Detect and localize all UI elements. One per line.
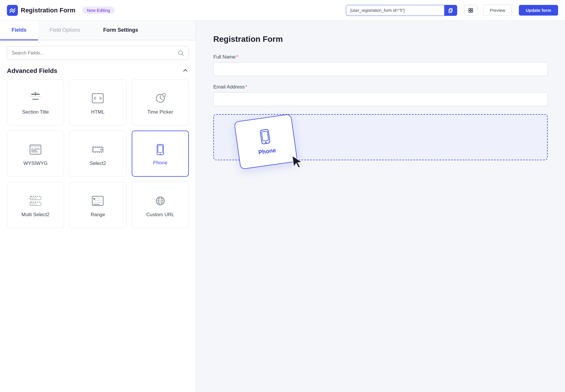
svg-rect-34 [93, 202, 102, 203]
field-card-range[interactable]: Range [69, 182, 126, 228]
select2-icon [90, 143, 106, 157]
svg-point-44 [265, 142, 267, 143]
svg-rect-20 [31, 150, 36, 151]
search-box [7, 46, 189, 60]
shortcode-input[interactable] [346, 6, 444, 15]
form-field-group-email: Email Address* [213, 84, 548, 106]
email-input[interactable] [213, 92, 548, 106]
svg-rect-19 [34, 149, 40, 149]
shortcode-copy-button[interactable] [444, 5, 457, 16]
field-card-select2[interactable]: Select2 [69, 131, 126, 177]
tab-field-options[interactable]: Field Options [38, 21, 92, 40]
field-card-custom-url-label: Custom URL [146, 212, 174, 218]
required-star-email: * [245, 84, 247, 90]
tabs: Fields Field Options Form Settings [0, 21, 196, 40]
logo-area: Registration Form [7, 5, 75, 16]
form-field-group-full-name: Full Name* [213, 54, 548, 76]
main-layout: Fields Field Options Form Settings Advan… [0, 21, 565, 392]
search-input[interactable] [12, 50, 175, 56]
phone-icon [154, 143, 167, 156]
field-card-time-picker-label: Time Picker [147, 109, 173, 115]
range-icon [90, 194, 106, 208]
wysiwyg-icon [28, 143, 43, 157]
field-card-section-title-label: Section Title [22, 109, 49, 115]
required-star: * [236, 54, 238, 60]
field-card-time-picker[interactable]: ⟳ Time Picker [132, 79, 189, 125]
fields-grid: T Section Title HTML ⟳ [0, 79, 196, 235]
svg-rect-36 [93, 198, 95, 200]
app-logo-icon [7, 5, 18, 16]
dragging-phone-icon [256, 128, 274, 146]
left-panel: Fields Field Options Form Settings Advan… [0, 21, 196, 392]
app-title: Registration Form [21, 7, 75, 14]
field-card-select2-label: Select2 [90, 161, 106, 166]
svg-rect-6 [471, 11, 473, 12]
svg-rect-1 [449, 9, 452, 13]
tab-form-settings[interactable]: Form Settings [92, 21, 150, 40]
field-card-multi-select2-label: Multi Select2 [22, 212, 50, 218]
collapse-button[interactable] [182, 67, 189, 75]
cursor-icon [291, 153, 307, 170]
copy-icon [448, 7, 453, 13]
svg-rect-3 [469, 8, 470, 10]
svg-rect-5 [469, 11, 470, 12]
form-preview-title: Registration Form [213, 35, 548, 44]
full-name-input[interactable] [213, 62, 548, 76]
field-card-range-label: Range [91, 212, 105, 218]
field-card-html[interactable]: HTML [69, 79, 126, 125]
shortcode-field [346, 5, 457, 16]
field-card-wysiwyg[interactable]: WYSIWYG [7, 131, 64, 177]
svg-rect-25 [158, 146, 163, 152]
svg-rect-29 [31, 197, 37, 199]
drop-zone: Phone [213, 114, 548, 160]
field-card-phone-label: Phone [153, 160, 167, 166]
svg-rect-18 [31, 149, 33, 149]
svg-text:⟳: ⟳ [163, 94, 165, 96]
full-name-label: Full Name* [213, 54, 548, 60]
svg-rect-21 [31, 152, 38, 152]
preview-button[interactable]: Preview [483, 5, 512, 16]
advanced-fields-title: Advanced Fields [7, 67, 57, 75]
search-icon [178, 50, 184, 56]
field-card-multi-select2[interactable]: Multi Select2 [7, 182, 64, 228]
field-card-custom-url[interactable]: Custom URL [132, 182, 189, 228]
section-heading: Advanced Fields [0, 60, 196, 79]
dragging-card: Phone [234, 114, 297, 169]
chevron-up-icon [182, 67, 189, 74]
svg-rect-17 [31, 146, 40, 148]
svg-text:T: T [34, 91, 37, 96]
svg-rect-4 [471, 8, 473, 10]
field-card-html-label: HTML [91, 109, 104, 115]
custom-url-icon [152, 194, 168, 208]
header: Registration Form Now Editing Preview Up… [0, 0, 565, 21]
svg-point-26 [160, 154, 161, 154]
time-picker-icon: ⟳ [152, 91, 168, 105]
field-card-wysiwyg-label: WYSIWYG [23, 161, 48, 166]
section-title-icon: T [28, 91, 43, 105]
field-card-phone[interactable]: Phone [132, 131, 189, 177]
right-panel: Registration Form Full Name* Email Addre… [196, 21, 565, 392]
svg-rect-0 [7, 5, 18, 16]
multi-select2-icon [28, 194, 43, 208]
tab-fields[interactable]: Fields [0, 21, 38, 40]
svg-rect-33 [93, 200, 102, 201]
svg-rect-30 [31, 203, 37, 205]
email-label: Email Address* [213, 84, 548, 90]
search-area [0, 40, 196, 60]
svg-rect-43 [261, 131, 268, 141]
html-icon [90, 91, 106, 105]
svg-rect-10 [32, 99, 39, 100]
dragging-card-label: Phone [258, 147, 276, 156]
update-form-button[interactable]: Update form [519, 5, 558, 16]
field-card-section-title[interactable]: T Section Title [7, 79, 64, 125]
expand-button[interactable] [464, 5, 477, 16]
now-editing-badge: Now Editing [82, 7, 114, 14]
expand-icon [468, 7, 474, 13]
svg-rect-35 [93, 204, 100, 205]
